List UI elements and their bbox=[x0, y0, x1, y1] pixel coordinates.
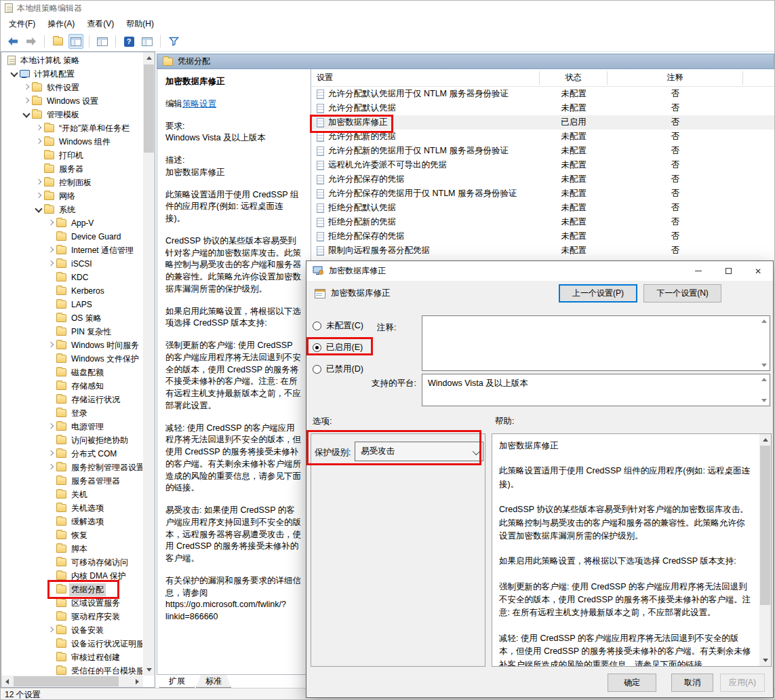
tree-item[interactable]: OS 策略 bbox=[2, 311, 142, 325]
tree-item[interactable]: 软件设置 bbox=[2, 81, 142, 94]
help-icon[interactable]: ? bbox=[121, 34, 136, 49]
tree-hscroll-thumb[interactable] bbox=[14, 676, 119, 686]
menu-view[interactable]: 查看(V) bbox=[81, 16, 120, 33]
tree-item[interactable]: 存储感知 bbox=[2, 379, 142, 393]
tree-item[interactable]: Windows 组件 bbox=[2, 135, 142, 149]
tree-item[interactable]: 驱动程序安装 bbox=[2, 610, 142, 623]
menu-help[interactable]: 帮助(H) bbox=[120, 16, 160, 33]
radio-button-icon[interactable] bbox=[313, 343, 321, 352]
settings-row[interactable]: 允许分配保存的凭据用于仅 NTLM 服务器身份验证未配置否 bbox=[311, 187, 774, 201]
radio-enabled[interactable]: 已启用(E) bbox=[313, 341, 363, 353]
scroll-left-icon[interactable] bbox=[5, 679, 9, 684]
tab-标准[interactable]: 标准 bbox=[196, 675, 231, 688]
settings-row[interactable]: 远程机允许委派不可导出的凭据未配置否 bbox=[311, 158, 774, 172]
tree-item[interactable]: 缓解选项 bbox=[2, 515, 142, 528]
tree-item[interactable]: 磁盘配额 bbox=[2, 366, 142, 379]
tree-item[interactable]: KDC bbox=[2, 271, 142, 284]
settings-row[interactable]: 允许分配默认凭据用于仅 NTLM 服务器身份验证未配置否 bbox=[311, 87, 774, 101]
scroll-up-icon[interactable] bbox=[146, 56, 152, 60]
tree-expanded-chevron-icon[interactable] bbox=[33, 204, 44, 215]
tree-item[interactable]: 访问被拒绝协助 bbox=[2, 433, 142, 447]
help-scroll-thumb[interactable] bbox=[760, 446, 770, 605]
radio-not-configured[interactable]: 未配置(C) bbox=[313, 319, 363, 332]
tree-item[interactable]: 受信任的平台模块服 bbox=[2, 664, 142, 675]
tree-expanded-chevron-icon[interactable] bbox=[21, 109, 32, 120]
tree-collapsed-chevron-icon[interactable] bbox=[45, 258, 56, 269]
scroll-up-icon[interactable] bbox=[760, 376, 768, 384]
tree-item[interactable]: 恢复 bbox=[2, 528, 142, 542]
tree-item[interactable]: Kerberos bbox=[2, 284, 142, 298]
tree-item[interactable]: 关机 bbox=[2, 488, 142, 501]
tree-item[interactable]: 设备安装 bbox=[2, 623, 142, 637]
tree-item[interactable]: 服务器管理器 bbox=[2, 474, 142, 488]
tree-collapsed-chevron-icon[interactable] bbox=[21, 82, 32, 93]
comment-textarea[interactable] bbox=[422, 315, 770, 371]
scroll-up-icon[interactable] bbox=[760, 317, 768, 326]
forward-icon[interactable] bbox=[24, 34, 39, 49]
tree-collapsed-chevron-icon[interactable] bbox=[21, 96, 32, 106]
radio-button-icon[interactable] bbox=[313, 365, 321, 374]
tree-horizontal-scrollbar[interactable] bbox=[1, 676, 143, 687]
scroll-right-icon[interactable] bbox=[136, 679, 139, 684]
settings-row[interactable]: 允许分配默认凭据未配置否 bbox=[311, 101, 774, 115]
tree-item[interactable]: 登录 bbox=[2, 406, 142, 420]
export-list-icon[interactable] bbox=[95, 34, 110, 49]
tree-collapsed-chevron-icon[interactable] bbox=[33, 177, 44, 188]
next-setting-button[interactable]: 下一个设置(N) bbox=[643, 284, 721, 303]
tree-item[interactable]: 计算机配置 bbox=[2, 67, 142, 81]
tree-vscroll-thumb[interactable] bbox=[144, 64, 154, 153]
tree-collapsed-chevron-icon[interactable] bbox=[45, 421, 56, 432]
tree-expanded-chevron-icon[interactable] bbox=[9, 69, 20, 79]
settings-row[interactable]: 允许分配新的凭据用于仅 NTLM 服务器身份验证未配置否 bbox=[311, 144, 774, 158]
menu-action[interactable]: 操作(A) bbox=[41, 16, 81, 33]
tree-item[interactable]: 控制面板 bbox=[2, 176, 142, 189]
tree-item[interactable]: 服务控制管理器设置 bbox=[2, 461, 142, 474]
column-header-comment[interactable]: 注释 bbox=[608, 71, 743, 85]
settings-row[interactable]: 拒绝分配新的凭据未配置否 bbox=[311, 215, 774, 229]
minimize-icon[interactable] bbox=[683, 261, 713, 281]
column-header-status[interactable]: 状态 bbox=[540, 71, 608, 85]
tree-item[interactable]: Windows 文件保护 bbox=[2, 352, 142, 366]
folder-icon[interactable] bbox=[50, 34, 65, 49]
tree-item[interactable]: 关机选项 bbox=[2, 501, 142, 515]
scroll-down-icon[interactable] bbox=[760, 361, 768, 369]
tree-item[interactable]: App-V bbox=[2, 216, 142, 230]
tree-item[interactable]: 网络 bbox=[2, 189, 142, 203]
tree-item[interactable]: Internet 通信管理 bbox=[2, 244, 142, 257]
tree-item[interactable]: 脚本 bbox=[2, 542, 142, 556]
policy-settings-link[interactable]: 策略设置 bbox=[182, 99, 216, 109]
settings-row[interactable]: 限制向远程服务器分配凭据未配置否 bbox=[311, 244, 774, 258]
show-console-tree-icon[interactable] bbox=[68, 34, 83, 49]
tree-item[interactable]: 内核 DMA 保护 bbox=[2, 569, 142, 583]
filter-icon[interactable] bbox=[166, 34, 181, 49]
settings-row[interactable]: 拒绝分配默认凭据未配置否 bbox=[311, 201, 774, 215]
tree-item[interactable]: 凭据分配 bbox=[2, 583, 142, 596]
scroll-up-icon[interactable] bbox=[763, 438, 768, 442]
tree-item[interactable]: Windows 设置 bbox=[2, 94, 142, 108]
tree-item[interactable]: 打印机 bbox=[2, 149, 142, 162]
tree-item[interactable]: 系统 bbox=[2, 203, 142, 216]
close-icon[interactable]: ✕ bbox=[743, 261, 773, 281]
scroll-down-icon[interactable] bbox=[146, 668, 152, 672]
tree-item[interactable]: 设备运行状况证明服 bbox=[2, 637, 142, 650]
tree-item[interactable]: “开始”菜单和任务栏 bbox=[2, 121, 142, 135]
tree-collapsed-chevron-icon[interactable] bbox=[33, 191, 44, 201]
tree-collapsed-chevron-icon[interactable] bbox=[45, 218, 56, 229]
tree-item[interactable]: 区域设置服务 bbox=[2, 596, 142, 610]
tree-item[interactable]: 审核过程创建 bbox=[2, 650, 142, 664]
help-scrollbar[interactable] bbox=[759, 434, 771, 666]
tab-扩展[interactable]: 扩展 bbox=[159, 675, 195, 688]
tree-item[interactable]: Windows 时间服务 bbox=[2, 338, 142, 352]
protection-level-dropdown[interactable]: 易受攻击 bbox=[355, 442, 483, 461]
tree-collapsed-chevron-icon[interactable] bbox=[45, 245, 56, 256]
tree-collapsed-chevron-icon[interactable] bbox=[45, 462, 56, 473]
ok-button[interactable]: 确定 bbox=[608, 674, 656, 692]
tree-collapsed-chevron-icon[interactable] bbox=[45, 340, 56, 351]
tree-item[interactable]: PIN 复杂性 bbox=[2, 325, 142, 338]
previous-setting-button[interactable]: 上一个设置(P) bbox=[559, 284, 637, 303]
tree-collapsed-chevron-icon[interactable] bbox=[33, 123, 44, 134]
tree-item[interactable]: 可移动存储访问 bbox=[2, 556, 142, 569]
tree-item[interactable]: 本地计算机 策略 bbox=[2, 54, 142, 67]
settings-row[interactable]: 允许分配新的凭据未配置否 bbox=[311, 130, 774, 144]
tree-collapsed-chevron-icon[interactable] bbox=[45, 625, 56, 636]
